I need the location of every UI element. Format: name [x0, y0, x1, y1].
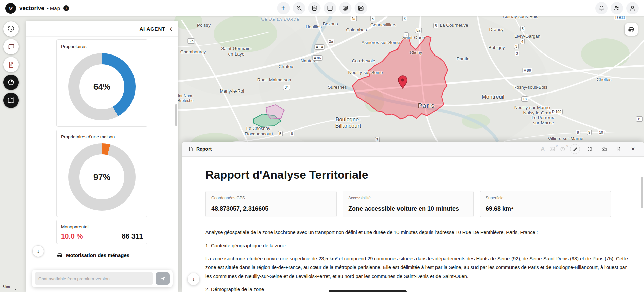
report-scroll-down-button[interactable]: ↓	[187, 273, 200, 285]
donut-value: 97%	[79, 154, 124, 199]
topbar-account	[595, 2, 639, 14]
report-header: Report A 0	[182, 142, 644, 157]
data-layers-button[interactable]	[308, 2, 320, 14]
report-section2-title: 2. Démographie de la zone	[205, 285, 632, 292]
badge-count: 0	[566, 144, 568, 147]
team-button[interactable]	[611, 2, 623, 14]
section-motorisation-label: Motorisation des ménages	[66, 252, 129, 258]
presentation-button[interactable]	[339, 2, 351, 14]
edit-report-button[interactable]	[570, 144, 580, 154]
map-scale-label: 3 km	[3, 285, 10, 289]
brand-logo[interactable]: v	[5, 3, 16, 14]
card-title: Monoparental	[61, 224, 143, 229]
profile-button[interactable]	[626, 2, 639, 14]
brand-name: vectorive	[19, 5, 44, 12]
map-scale-line	[3, 289, 16, 290]
donut-value: 64%	[79, 64, 124, 109]
card-title: Proprietaires d'une maison	[61, 134, 143, 139]
badge-count: 0	[556, 144, 558, 147]
report-panel: Report A 0	[182, 142, 644, 292]
car-icon	[628, 26, 635, 33]
statistics-button[interactable]	[324, 2, 336, 14]
bottom-toolbar-peek[interactable]	[329, 290, 407, 292]
info-card-gps: Coordonnées GPS 48.873057, 2.316605	[205, 191, 337, 217]
vehicle-mode-button[interactable]	[625, 23, 638, 36]
page-label: - Map	[47, 5, 60, 11]
pencil-icon	[573, 147, 578, 152]
map-icon	[7, 97, 15, 104]
donut-chart-proprietaires: 64%	[68, 53, 136, 120]
section-motorisation: Motorisation des ménages	[56, 252, 147, 258]
file-export-icon	[616, 146, 621, 152]
history-button[interactable]	[3, 21, 19, 37]
indicator-cards: Proprietaires 64% Proprietaires d'une ma…	[56, 39, 147, 258]
send-button[interactable]	[156, 272, 170, 285]
notifications-button[interactable]	[595, 2, 608, 14]
document-icon	[8, 61, 15, 68]
kpi-percent: 10.0 %	[61, 232, 83, 240]
screenshot-button[interactable]	[599, 144, 609, 154]
chat-bar	[32, 270, 173, 287]
info-card-accessibilite: Accessibilité Zone accessible voiture en…	[343, 191, 474, 217]
chat-icon	[8, 43, 15, 50]
report-scrollbar[interactable]	[641, 177, 643, 208]
chart-tool-icon: 0	[560, 146, 566, 152]
bar-chart-icon	[327, 5, 333, 11]
bell-icon	[598, 5, 605, 11]
ai-agent-title: AI AGENT	[139, 26, 165, 32]
report-list-button[interactable]	[3, 57, 19, 72]
info-card-superficie: Superficie 69.68 km²	[480, 191, 611, 217]
export-button[interactable]	[613, 144, 623, 154]
image-tool-icon: 0	[549, 146, 555, 152]
panel-scrollbar[interactable]	[175, 104, 177, 126]
ai-agent-header: AI AGENT ‹	[26, 21, 178, 37]
add-button[interactable]: +	[277, 2, 290, 14]
send-icon	[160, 276, 166, 282]
ai-agent-body: Proprietaires 64% Proprietaires d'une ma…	[26, 37, 178, 292]
collapse-panel-button[interactable]: ‹	[169, 25, 172, 33]
users-icon	[614, 5, 620, 11]
arrow-down-icon: ↓	[37, 248, 40, 254]
search-icon	[296, 5, 302, 11]
report-doc-icon	[188, 146, 193, 152]
fullscreen-button[interactable]	[584, 144, 595, 154]
donut-chart-maison: 97%	[68, 143, 136, 211]
expand-icon	[587, 146, 592, 152]
font-tool-icon: A	[541, 146, 545, 152]
user-icon	[629, 5, 636, 11]
analytics-button[interactable]	[3, 75, 19, 90]
close-icon: ✕	[631, 146, 635, 152]
save-icon	[357, 5, 364, 11]
search-layers-button[interactable]	[293, 2, 305, 14]
info-icon[interactable]: i	[63, 5, 69, 11]
arrow-down-icon: ↓	[192, 276, 195, 282]
report-intro: Analyse géospatiale de la zone isochrone…	[205, 228, 632, 237]
map-scale: 3 km	[3, 285, 16, 290]
report-section1-title: 1. Contexte géographique de la zone	[205, 241, 632, 250]
panel-scroll-down-button[interactable]: ↓	[32, 245, 44, 257]
kpi-card-monoparental: Monoparental 10.0 % 86 311	[56, 220, 147, 244]
report-text: Analyse géospatiale de la zone isochrone…	[205, 228, 632, 292]
report-info-cards: Coordonnées GPS 48.873057, 2.316605 Acce…	[205, 191, 611, 217]
report-heading: Rapport d'Analyse Territoriale	[205, 168, 632, 181]
report-body: Rapport d'Analyse Territoriale Coordonné…	[182, 157, 644, 292]
history-icon	[7, 25, 15, 33]
report-section1-body: La zone isochrone étudiée couvre une sup…	[205, 254, 632, 281]
app-window: Aulnay-sous-BoisPoissyÎLE DE LA BORDEHou…	[0, 0, 644, 292]
donut-card-maison: Proprietaires d'une maison 97%	[56, 130, 147, 217]
database-icon	[311, 5, 317, 11]
topbar: v vectorive - Map i +	[0, 0, 644, 16]
left-toolbar	[3, 21, 19, 108]
car-icon	[56, 252, 63, 258]
save-button[interactable]	[354, 2, 367, 14]
chat-button[interactable]	[3, 39, 19, 54]
donut-card-proprietaires: Proprietaires 64%	[56, 39, 147, 127]
report-toolbar: A 0 0	[541, 144, 638, 154]
chevron-left-icon: ‹	[169, 24, 172, 33]
camera-icon	[601, 146, 607, 152]
brand-logo-glyph: v	[9, 5, 13, 12]
pie-chart-icon	[7, 79, 15, 86]
close-report-button[interactable]: ✕	[628, 144, 638, 154]
chat-input[interactable]	[35, 272, 153, 285]
map-tools-button[interactable]	[3, 93, 19, 108]
